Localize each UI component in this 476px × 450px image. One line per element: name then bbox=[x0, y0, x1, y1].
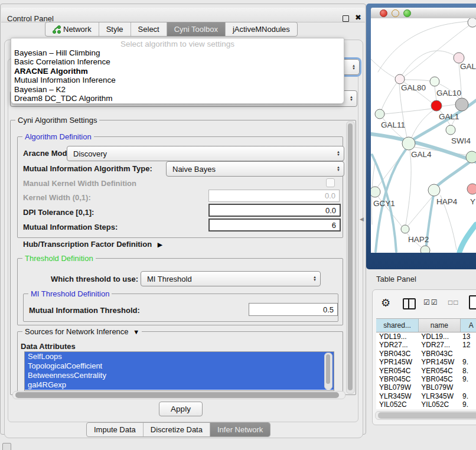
checked-checkboxes-icon[interactable]: ☑☑ bbox=[423, 298, 439, 306]
tab-style[interactable]: Style bbox=[99, 22, 131, 36]
table-panel-box: ⚙ ☑☑ □□ shared...nameA YDL19...YDL19...1… bbox=[372, 289, 476, 425]
attributes-list-scrollbar-thumb[interactable] bbox=[326, 354, 330, 384]
tab-label: jActiveMNodules bbox=[233, 25, 290, 34]
settings-hscrollbar[interactable] bbox=[12, 391, 345, 399]
network-canvas[interactable]: GALGAL80GAL10GAL1GAL11SWI4GAL4GCY1HAP4YH… bbox=[371, 18, 476, 253]
network-node-hap4[interactable] bbox=[428, 184, 440, 196]
network-node[interactable] bbox=[455, 98, 468, 111]
algorithm-option[interactable]: Bayesian – K2 bbox=[11, 85, 344, 94]
attributes-list-scrollbar[interactable] bbox=[324, 353, 332, 390]
window-zoom-button[interactable] bbox=[403, 9, 411, 17]
settings-hscrollbar-thumb[interactable] bbox=[15, 392, 339, 398]
table-row[interactable]: YER054CYER054C8. bbox=[376, 367, 476, 375]
network-node-gal80[interactable] bbox=[395, 74, 405, 84]
kernel-width-field[interactable]: 0.0 bbox=[208, 190, 340, 202]
table-cell: YBR045C bbox=[376, 375, 418, 383]
window-close-button[interactable] bbox=[380, 9, 387, 17]
app-screen: Control Panel ✖ NetworkStyleSelectCyni T… bbox=[0, 0, 476, 450]
node-label: SWI4 bbox=[451, 136, 471, 145]
hub-definition-label[interactable]: Hub/Transcription Factor Definition ▶ bbox=[23, 240, 162, 249]
mi-threshold-group-title: MI Threshold Definition bbox=[28, 289, 112, 298]
network-node-gal10[interactable] bbox=[430, 77, 439, 86]
tab-label: Select bbox=[138, 25, 159, 34]
collapse-down-icon[interactable]: ▼ bbox=[133, 328, 139, 335]
table-panel-title: Table Panel bbox=[376, 275, 416, 283]
close-icon[interactable]: ✖ bbox=[355, 13, 364, 22]
node-label: GAL80 bbox=[401, 83, 426, 92]
dpi-tolerance-field[interactable]: 0.0 bbox=[208, 204, 341, 217]
mi-type-label: Mutual Information Algorithm Type: bbox=[23, 164, 152, 173]
gear-icon[interactable]: ⚙ bbox=[381, 296, 390, 309]
table-hscrollbar[interactable] bbox=[375, 411, 476, 420]
column-header[interactable]: A bbox=[461, 319, 476, 332]
tab-impute-data[interactable]: Impute Data bbox=[87, 423, 144, 436]
table-hscrollbar-thumb[interactable] bbox=[378, 412, 476, 419]
tab-network[interactable]: Network bbox=[45, 22, 99, 36]
aracne-mode-combobox[interactable]: Discovery ▲▼ bbox=[67, 146, 344, 161]
mi-threshold-field[interactable]: 0.5 bbox=[249, 303, 338, 316]
network-node[interactable] bbox=[420, 246, 430, 253]
table-row[interactable]: YDR27...YDR27...12 bbox=[376, 341, 476, 349]
control-panel-tabs: NetworkStyleSelectCyni ToolboxjActiveMNo… bbox=[45, 22, 298, 37]
which-threshold-combobox[interactable]: MI Threshold ▲▼ bbox=[141, 271, 321, 286]
table-row[interactable]: YIL052CYIL052C9. bbox=[376, 400, 476, 409]
network-node-hap2[interactable] bbox=[401, 225, 409, 233]
table-cell: YER054C bbox=[418, 367, 459, 375]
column-header[interactable]: shared... bbox=[376, 319, 419, 332]
data-attributes-label: Data Attributes bbox=[21, 342, 76, 351]
tab-jactivemnodules[interactable]: jActiveMNodules bbox=[226, 22, 297, 36]
network-edge bbox=[459, 224, 476, 252]
data-attribute-item[interactable]: TopologicalCoefficient bbox=[25, 361, 334, 371]
sources-title[interactable]: Sources for Network Inference ▼ bbox=[22, 327, 142, 336]
tab-label: Impute Data bbox=[94, 425, 136, 434]
apply-button[interactable]: Apply bbox=[159, 402, 203, 416]
table-row[interactable]: YPR145WYPR145W9. bbox=[376, 358, 476, 366]
network-node-y[interactable] bbox=[467, 184, 476, 194]
network-node-gal1[interactable] bbox=[431, 100, 442, 111]
table-row[interactable]: YDL19...YDL19...13 bbox=[376, 332, 476, 341]
network-edge bbox=[384, 109, 432, 114]
tab-infer-network[interactable]: Infer Network bbox=[210, 423, 270, 436]
algorithm-option[interactable]: Mutual Information Inference bbox=[11, 76, 344, 84]
algorithm-definition-title: Algorithm Definition bbox=[22, 132, 94, 141]
settings-scrollbar[interactable] bbox=[346, 121, 355, 394]
data-attribute-item[interactable]: BetweennessCentrality bbox=[25, 371, 334, 380]
network-node-swi4[interactable] bbox=[446, 125, 455, 135]
network-node-gal11[interactable] bbox=[375, 109, 384, 119]
split-columns-icon[interactable] bbox=[403, 298, 416, 309]
window-minimize-button[interactable] bbox=[392, 9, 399, 17]
network-node[interactable] bbox=[468, 18, 476, 27]
network-edge bbox=[405, 80, 430, 81]
document-icon[interactable] bbox=[469, 295, 476, 309]
algorithm-option[interactable]: Bayesian – Hill Climbing bbox=[11, 48, 344, 57]
table-row[interactable]: YBR045CYBR045C9. bbox=[376, 375, 476, 383]
tab-cyni-toolbox[interactable]: Cyni Toolbox bbox=[167, 22, 226, 36]
panel-collapse-arrow-icon[interactable]: ◀ bbox=[360, 216, 364, 222]
table-cell: YLR345W bbox=[376, 392, 418, 400]
algorithm-option[interactable]: Basic Correlation Inference bbox=[11, 57, 344, 66]
data-attribute-item[interactable]: SelfLoops bbox=[25, 352, 334, 361]
mi-steps-field[interactable]: 6 bbox=[208, 219, 341, 231]
float-window-icon[interactable] bbox=[343, 15, 349, 22]
grid-icon[interactable] bbox=[2, 443, 11, 450]
unchecked-checkboxes-icon[interactable]: □□ bbox=[448, 298, 459, 306]
network-edge bbox=[436, 159, 473, 187]
network-node-gcy1[interactable] bbox=[371, 187, 380, 197]
tab-discretize-data[interactable]: Discretize Data bbox=[144, 423, 210, 436]
expand-right-icon[interactable]: ▶ bbox=[158, 241, 162, 248]
algorithm-option[interactable]: ARACNE Algorithm bbox=[11, 67, 344, 76]
manual-kernel-checkbox[interactable] bbox=[326, 178, 335, 187]
mi-type-combobox[interactable]: Naive Bayes ▲▼ bbox=[166, 161, 344, 177]
algorithm-option[interactable]: Dream8 DC_TDC Algorithm bbox=[11, 94, 344, 103]
cyni-bottom-tabs: Impute DataDiscretize DataInfer Network bbox=[86, 422, 270, 437]
column-header[interactable]: name bbox=[419, 319, 460, 332]
tab-select[interactable]: Select bbox=[131, 22, 167, 36]
table-row[interactable]: YBR043CYBR043C bbox=[376, 350, 476, 358]
control-panel-titlebar[interactable]: Control Panel ✖ bbox=[1, 8, 365, 22]
settings-scrollbar-thumb[interactable] bbox=[348, 123, 353, 390]
data-attribute-item[interactable]: gal4RGexp bbox=[25, 380, 334, 390]
network-node[interactable] bbox=[466, 151, 476, 163]
table-row[interactable]: YLR345WYLR345W9. bbox=[376, 392, 476, 400]
network-node-gal4[interactable] bbox=[402, 137, 415, 150]
table-row[interactable]: YBL079WYBL079W bbox=[376, 383, 476, 392]
